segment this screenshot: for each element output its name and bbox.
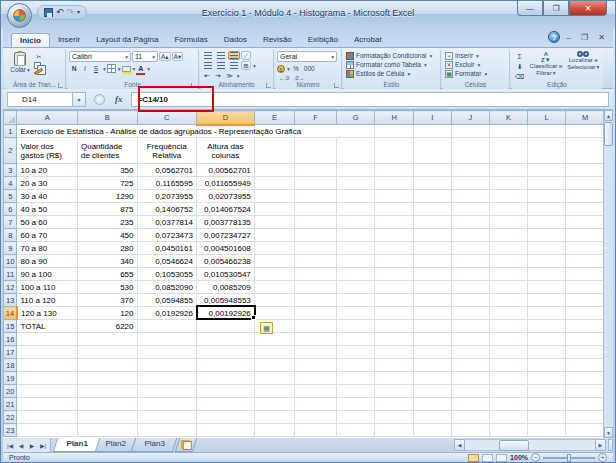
cell-L21[interactable] (527, 398, 566, 411)
tab-dados[interactable]: Dados (216, 33, 255, 47)
cell-M22[interactable] (566, 411, 605, 424)
cell-J8[interactable] (451, 229, 490, 242)
cell-D4[interactable]: 0,011655949 (196, 177, 254, 190)
column-header-D[interactable]: D (196, 111, 254, 125)
cell-K23[interactable] (490, 424, 528, 437)
cell-J16[interactable] (451, 333, 490, 346)
row-header-1[interactable]: 1 (4, 125, 17, 138)
cell-J4[interactable] (451, 177, 490, 190)
cell-C10[interactable]: 0,0546624 (137, 255, 196, 268)
cell-D2[interactable]: Altura dascolunas (196, 138, 254, 164)
cell-H16[interactable] (375, 333, 414, 346)
column-header-C[interactable]: C (137, 111, 196, 125)
cut-icon[interactable]: ✂ (34, 52, 44, 61)
cell-A14[interactable]: 120 a 130 (17, 307, 77, 320)
cell-G20[interactable] (336, 385, 375, 398)
cell-A4[interactable]: 20 a 30 (17, 177, 77, 190)
cell-H8[interactable] (375, 229, 414, 242)
cell-M16[interactable] (566, 333, 605, 346)
cell-J5[interactable] (451, 190, 490, 203)
cell-C19[interactable] (137, 372, 196, 385)
cell-F5[interactable] (295, 190, 337, 203)
cell-F2[interactable] (295, 138, 337, 164)
orientation-icon[interactable]: ⟋ (241, 51, 251, 60)
cell-H20[interactable] (375, 385, 414, 398)
cell-L18[interactable] (527, 359, 566, 372)
page-layout-view-icon[interactable] (482, 454, 493, 462)
tab-split-handle[interactable] (608, 439, 613, 451)
cell-B7[interactable]: 235 (77, 216, 137, 229)
cell-E23[interactable] (254, 424, 295, 437)
cell-H11[interactable] (375, 268, 414, 281)
cell-M21[interactable] (566, 398, 605, 411)
prev-sheet-icon[interactable]: ◀ (16, 442, 26, 449)
number-format-select[interactable]: Geral▾ (277, 51, 337, 62)
cell-D7[interactable]: 0,003778135 (196, 216, 254, 229)
cell-E6[interactable] (254, 203, 295, 216)
cell-K9[interactable] (490, 242, 528, 255)
cell-E21[interactable] (254, 398, 295, 411)
cell-C18[interactable] (137, 359, 196, 372)
cell-M3[interactable] (566, 164, 605, 177)
first-sheet-icon[interactable]: |◀ (5, 442, 15, 449)
cell-J15[interactable] (451, 320, 490, 333)
cell-L9[interactable] (527, 242, 566, 255)
cell-K10[interactable] (490, 255, 528, 268)
cell-I14[interactable] (413, 307, 451, 320)
cell-H19[interactable] (375, 372, 414, 385)
column-header-J[interactable]: J (451, 111, 490, 125)
cell-L17[interactable] (527, 346, 566, 359)
column-header-M[interactable]: M (566, 111, 605, 125)
cell-I21[interactable] (413, 398, 451, 411)
cell-E7[interactable] (254, 216, 295, 229)
cell-I3[interactable] (413, 164, 451, 177)
delete-cells-button[interactable]: ✕ Excluir▾ (444, 60, 507, 69)
cell-M10[interactable] (566, 255, 605, 268)
cell-A12[interactable]: 100 a 110 (17, 281, 77, 294)
cell-H23[interactable] (375, 424, 414, 437)
cell-K17[interactable] (490, 346, 528, 359)
cell-E22[interactable] (254, 411, 295, 424)
cell-M12[interactable] (566, 281, 605, 294)
column-header-G[interactable]: G (336, 111, 375, 125)
clear-icon[interactable]: ⌫ (513, 72, 526, 81)
cell-E3[interactable] (254, 164, 295, 177)
cell-A8[interactable]: 60 a 70 (17, 229, 77, 242)
align-middle-icon[interactable] (217, 52, 225, 59)
cell-I15[interactable] (413, 320, 451, 333)
cell-I4[interactable] (413, 177, 451, 190)
row-header-13[interactable]: 13 (4, 294, 17, 307)
cell-D3[interactable]: 0,00562701 (196, 164, 254, 177)
cell-I22[interactable] (413, 411, 451, 424)
cell-C21[interactable] (137, 398, 196, 411)
cell-B21[interactable] (77, 398, 137, 411)
cell-F8[interactable] (295, 229, 337, 242)
wrap-text-icon[interactable]: ≫ (224, 71, 235, 80)
cell-I17[interactable] (413, 346, 451, 359)
zoom-slider[interactable] (567, 454, 571, 462)
workbook-window-controls[interactable]: – ❐ ✕ (566, 33, 609, 42)
column-header-K[interactable]: K (490, 111, 528, 125)
insert-function-icon[interactable]: fx (115, 94, 123, 104)
clipboard-dialog-launcher-icon[interactable] (58, 83, 63, 88)
cell-H17[interactable] (375, 346, 414, 359)
cell-E2[interactable] (254, 138, 295, 164)
row-header-22[interactable]: 22 (4, 411, 17, 424)
minimize-button[interactable]: — (517, 1, 543, 16)
format-as-table-button[interactable]: Formatar como Tabela▾ (345, 60, 438, 69)
cell-J12[interactable] (451, 281, 490, 294)
cell-M4[interactable] (566, 177, 605, 190)
cell-F19[interactable] (295, 372, 337, 385)
cell-E5[interactable] (254, 190, 295, 203)
cell-L5[interactable] (527, 190, 566, 203)
sheet-tab-plan1[interactable]: Plan1 (53, 438, 101, 452)
cell-F16[interactable] (295, 333, 337, 346)
cell-B16[interactable] (77, 333, 137, 346)
cell-K21[interactable] (490, 398, 528, 411)
tab-acrobat[interactable]: Acrobat (346, 33, 390, 47)
cell-A6[interactable]: 40 a 50 (17, 203, 77, 216)
tab-inserir[interactable]: Inserir (50, 33, 88, 47)
find-select-button[interactable]: Localizar e Selecionar▾ (566, 51, 601, 78)
cell-B17[interactable] (77, 346, 137, 359)
cell-E18[interactable] (254, 359, 295, 372)
